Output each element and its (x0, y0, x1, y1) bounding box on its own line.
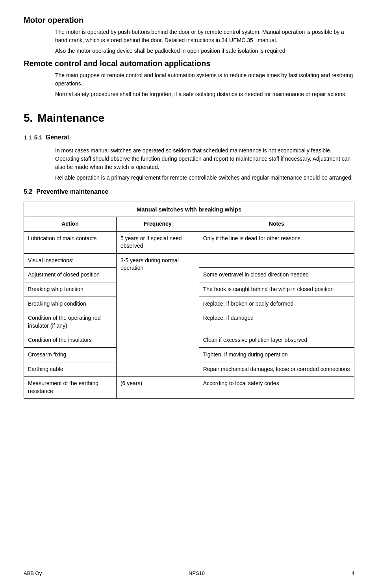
table-header-row: Action Frequency Notes (24, 217, 354, 232)
row-1-frequency: 5 years or if special need observed (116, 231, 199, 253)
subsection-1-content: In most cases manual switches are operat… (55, 147, 354, 182)
row-8-notes: Tighten, if moving during operation (199, 347, 354, 362)
footer-doc-code: NPS10 (189, 570, 205, 576)
table-title-row: Manual switches with breaking whips (24, 202, 354, 217)
subsection-1-para-2: Reliable operation is a primary requirem… (55, 174, 354, 182)
table-title-cell: Manual switches with breaking whips (24, 202, 354, 217)
footer-company: ABB Oy (24, 570, 42, 576)
maintenance-section-header: 5. Maintenance (24, 102, 354, 128)
row-10-notes: According to local safety codes (199, 377, 354, 399)
remote-control-para-2: Normal safety procedures shall not be fo… (55, 90, 354, 98)
maintenance-section-title: Maintenance (37, 112, 104, 124)
remote-control-title: Remote control and local automation appl… (24, 59, 354, 68)
col-header-action: Action (24, 217, 117, 232)
subsection-1-para-1: In most cases manual switches are operat… (55, 147, 354, 171)
row-2-notes (199, 253, 354, 268)
subsection-1-left-number: 1.1 (24, 134, 32, 141)
row-1-notes: Only if the line is dead for other reaso… (199, 231, 354, 253)
preventive-section-title: Preventive maintenance (36, 188, 108, 195)
table-row: Measurement of the earthing resistance (… (24, 377, 354, 399)
row-8-action: Crossarm fixing (24, 347, 117, 362)
row-10-frequency: (6 years) (116, 377, 199, 399)
maintenance-section-number: 5. (24, 112, 33, 124)
row-9-notes: Repair mechanical damages, loose or corr… (199, 362, 354, 377)
col-header-notes: Notes (199, 217, 354, 232)
row-7-action: Condition of the insulators (24, 333, 117, 348)
row-9-action: Earthing cable (24, 362, 117, 377)
subsection-1-number: 5.1 (34, 134, 43, 141)
row-2-action: Visual inspections: (24, 253, 117, 268)
subsection-1-title: General (46, 134, 69, 141)
row-1-action: Lubrication of main contacts (24, 231, 117, 253)
motor-operation-title: Motor operation (24, 16, 354, 25)
motor-operation-para-1: The motor is operated by push-buttons be… (55, 28, 354, 45)
row-2-frequency: 3-5 years during normal operation (116, 253, 199, 376)
motor-operation-para-2: Also the motor operating device shall be… (55, 47, 354, 55)
remote-control-content: The main purpose of remote control and l… (55, 71, 354, 98)
remote-control-para-1: The main purpose of remote control and l… (55, 71, 354, 88)
row-5-action: Breaking whip condition (24, 297, 117, 311)
table-row: Visual inspections: 3-5 years during nor… (24, 253, 354, 268)
subsection-1-row: 1.1 5.1 General (24, 129, 354, 144)
row-3-notes: Some overtravel in closed direction need… (199, 268, 354, 282)
page-footer: ABB Oy NPS10 4 (24, 570, 354, 576)
preventive-heading: 5.2 Preventive maintenance (24, 188, 354, 195)
preventive-section-number: 5.2 (24, 188, 32, 195)
motor-operation-content: The motor is operated by push-buttons be… (55, 28, 354, 55)
row-10-action: Measurement of the earthing resistance (24, 377, 117, 399)
row-3-action: Adjustment of closed position (24, 268, 117, 282)
row-6-action: Condition of the operating rod insulator… (24, 311, 117, 333)
row-5-notes: Replace, if broken or badly deformed (199, 297, 354, 311)
row-7-notes: Clean if excessive pollution layer obser… (199, 333, 354, 348)
row-4-action: Breaking whip function (24, 282, 117, 297)
row-6-notes: Replace, if damaged (199, 311, 354, 333)
col-header-frequency: Frequency (116, 217, 199, 232)
maintenance-table: Manual switches with breaking whips Acti… (24, 202, 354, 399)
footer-page-number: 4 (352, 570, 354, 576)
row-4-notes: The hook is caught behind the whip in cl… (199, 282, 354, 297)
table-row: Lubrication of main contacts 5 years or … (24, 231, 354, 253)
